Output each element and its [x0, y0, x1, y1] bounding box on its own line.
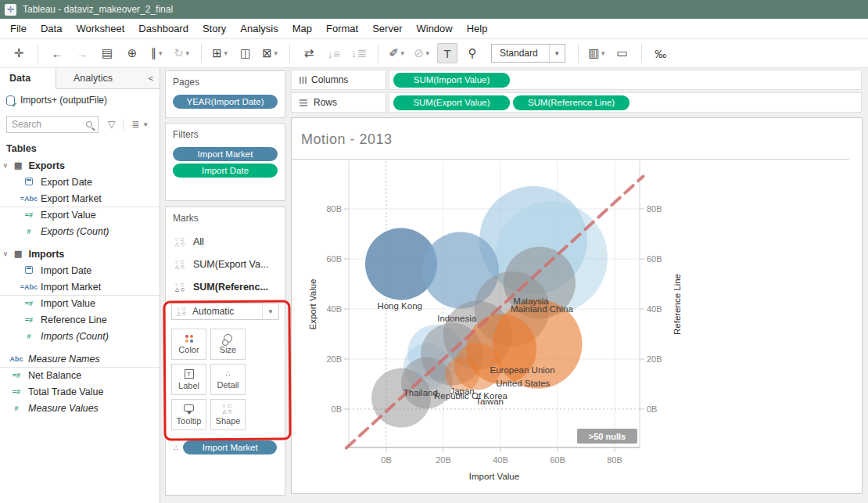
mark-label-taiwan: Taiwan — [475, 397, 504, 406]
field-export-date[interactable]: Export Date — [0, 174, 160, 190]
field-import-date[interactable]: Import Date — [0, 262, 160, 278]
mark-type-dropdown[interactable]: ○□△◇ Automatic ▼ — [171, 303, 279, 320]
calendar-icon — [25, 266, 33, 274]
measure-icon: =# — [5, 372, 28, 379]
show-mark-labels-icon[interactable]: T — [437, 43, 457, 63]
undo-icon[interactable]: ← — [47, 43, 67, 63]
menu-item-file[interactable]: File — [3, 23, 34, 34]
view-mode-caret-icon[interactable]: ▼ — [549, 45, 565, 62]
tab-analytics[interactable]: Analytics — [56, 68, 142, 88]
sort-descending-icon[interactable]: ↓≣ — [349, 43, 369, 63]
field-measure-values[interactable]: #Measure Values — [0, 400, 160, 416]
encoding-pill-import-market[interactable]: Import Market — [183, 440, 277, 454]
field-measure-names[interactable]: AbcMeasure Names — [0, 350, 160, 367]
field-net-balance[interactable]: =#Net Balance — [0, 367, 160, 383]
filters-pill-import-date[interactable]: Import Date — [173, 163, 278, 178]
mark-type-caret-icon[interactable]: ▼ — [262, 305, 278, 318]
collapse-pane-button[interactable]: < — [142, 68, 160, 88]
field-exports-count[interactable]: #Exports (Count) — [0, 223, 160, 239]
field-list: ∨▦ExportsExport Date=AbcExport Market=#E… — [0, 157, 160, 416]
highlight-icon-caret[interactable]: ▼ — [400, 50, 406, 57]
clear-sheet-icon-caret[interactable]: ▼ — [273, 50, 279, 57]
highlight-icon[interactable]: ✐▼ — [387, 43, 407, 63]
field-export-value[interactable]: =#Export Value — [0, 207, 160, 223]
toolbar-separator — [578, 44, 579, 63]
pause-auto-updates-icon[interactable]: ∥▼ — [147, 43, 167, 63]
pause-auto-updates-icon-caret[interactable]: ▼ — [157, 50, 163, 57]
field-imports-count[interactable]: #Imports (Count) — [0, 328, 160, 344]
group-members-icon-caret[interactable]: ▼ — [425, 50, 431, 57]
rows-shelf: Rows SUM(Export Value)SUM(Reference Line… — [291, 92, 862, 113]
field-import-value[interactable]: =#Import Value — [0, 295, 160, 311]
measure-icon: # — [17, 332, 41, 340]
share-icon[interactable]: ‰ — [651, 43, 671, 63]
rows-pill-sum-export-value[interactable]: SUM(Export Value) — [393, 95, 510, 110]
filters-card: Filters Import MarketImport Date — [165, 123, 285, 201]
run-auto-updates-icon[interactable]: ↻▼ — [172, 43, 192, 63]
menu-item-help[interactable]: Help — [460, 23, 495, 34]
search-input[interactable] — [6, 116, 99, 133]
columns-shelf-body[interactable]: SUM(Import Value) — [389, 70, 862, 90]
duplicate-sheet-icon[interactable]: ◫ — [235, 43, 256, 63]
save-icon[interactable]: ▤ — [97, 43, 117, 63]
color-button[interactable]: Color — [171, 329, 206, 360]
marks-entry-sum-referenc[interactable]: ○□△◇SUM(Referenc... — [175, 278, 285, 296]
rows-shelf-body[interactable]: SUM(Export Value)SUM(Reference Line) — [389, 92, 862, 113]
menu-item-window[interactable]: Window — [409, 23, 459, 34]
show-me-icon-caret[interactable]: ▼ — [600, 50, 606, 57]
view-list-icon[interactable]: ≣ — [123, 119, 139, 130]
filter-fields-icon[interactable]: ▽ — [108, 119, 115, 130]
label-button[interactable]: T Label — [171, 364, 206, 395]
redo-icon[interactable]: → — [72, 43, 92, 63]
tab-data[interactable]: Data — [0, 68, 56, 89]
field-export-market[interactable]: =AbcExport Market — [0, 190, 160, 207]
menu-item-story[interactable]: Story — [195, 23, 233, 34]
view-list-caret-icon[interactable]: ▼ — [142, 121, 149, 128]
clear-sheet-icon[interactable]: ⊠▼ — [260, 43, 281, 63]
menu-item-format[interactable]: Format — [319, 23, 365, 34]
filters-card-title: Filters — [166, 124, 285, 145]
filters-pill-import-market[interactable]: Import Market — [173, 147, 278, 161]
data-source-item[interactable]: Imports+ (outputFile) — [0, 89, 160, 111]
field-import-market[interactable]: =AbcImport Market — [0, 278, 160, 295]
sort-ascending-icon[interactable]: ↓≡ — [324, 43, 344, 63]
pages-pill-year-import-date[interactable]: YEAR(Import Date) — [173, 95, 278, 109]
view-mode-select[interactable]: Standard▼ — [491, 44, 565, 63]
field-total-trade-value[interactable]: =#Total Trade Value — [0, 383, 160, 400]
menu-item-worksheet[interactable]: Worksheet — [69, 23, 131, 34]
marks-entry-label: SUM(Export Va... — [193, 259, 268, 270]
menu-item-dashboard[interactable]: Dashboard — [131, 23, 195, 34]
fix-axes-icon[interactable]: ⚲ — [462, 43, 482, 63]
menu-item-map[interactable]: Map — [285, 23, 319, 34]
field-reference-line[interactable]: =#Reference Line — [0, 311, 160, 328]
new-worksheet-icon-caret[interactable]: ▼ — [223, 50, 229, 57]
menu-item-analysis[interactable]: Analysis — [233, 23, 285, 34]
menu-bar: FileDataWorksheetDashboardStoryAnalysisM… — [0, 19, 868, 39]
menu-item-data[interactable]: Data — [34, 23, 69, 34]
tooltip-button[interactable]: Tooltip — [171, 399, 206, 430]
size-button[interactable]: Size — [210, 329, 246, 360]
swap-rows-columns-icon[interactable]: ⇄ — [299, 43, 319, 63]
group-members-icon[interactable]: ⊘▼ — [412, 43, 432, 63]
new-data-source-icon[interactable]: ⊕ — [122, 43, 142, 63]
table-group-imports[interactable]: ∨▦Imports — [0, 246, 160, 262]
detail-button[interactable]: ∴ Detail — [210, 364, 246, 395]
menu-item-server[interactable]: Server — [365, 23, 409, 34]
columns-pill-sum-import-value[interactable]: SUM(Import Value) — [393, 73, 510, 88]
marks-entry-sum-export-va[interactable]: ○□△◇SUM(Export Va... — [175, 255, 285, 274]
show-me-icon[interactable]: ▥▼ — [587, 43, 608, 63]
measure-icon: =# — [17, 316, 41, 324]
new-worksheet-icon[interactable]: ⊞▼ — [210, 43, 231, 63]
shape-button[interactable]: ○□△◇ Shape — [210, 399, 246, 430]
run-auto-updates-icon-caret[interactable]: ▼ — [185, 50, 191, 57]
chevron-down-icon[interactable]: ∨ — [0, 162, 11, 169]
rows-pill-sum-reference-line[interactable]: SUM(Reference Line) — [513, 95, 629, 110]
chevron-down-icon[interactable]: ∨ — [0, 250, 11, 257]
table-group-exports[interactable]: ∨▦Exports — [0, 157, 160, 174]
table-icon: ▦ — [14, 249, 22, 259]
presentation-mode-icon[interactable]: ▭ — [612, 43, 633, 63]
marks-entry-all[interactable]: ○□△◇All — [175, 232, 285, 251]
null-indicator-text: >50 nulls — [589, 432, 626, 441]
field-name: Exports (Count) — [41, 226, 109, 237]
bubble-chart[interactable]: Hong KongIndonesiaMalaysiaMainland China… — [292, 118, 862, 493]
